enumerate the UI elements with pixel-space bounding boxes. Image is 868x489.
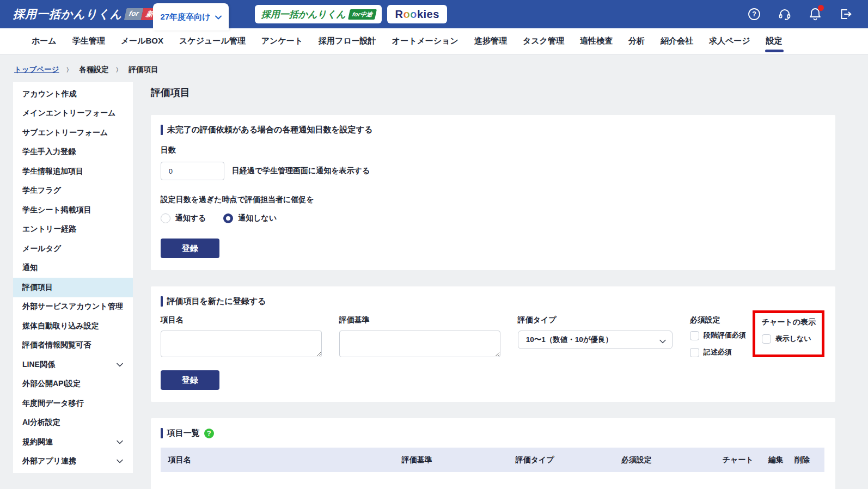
checkbox-stage-required[interactable]: 段階評価必須 [690,331,753,340]
chart-display-label: チャートの表示 [762,317,816,327]
notify-settings-card: 未完了の評価依頼がある場合の各種通知日数を設定する 日数 日経過で学生管理画面に… [151,115,835,270]
nav-item-flow-design[interactable]: 採用フロー設計 [319,28,376,54]
app-logo-text: 採用一括かんりくん [13,7,122,22]
section-accent-bar [161,125,163,135]
sidebar-item-line[interactable]: LINE関係 [13,355,133,375]
app-logo-rookies[interactable]: Rookies [387,5,447,23]
column-required: 必須設定 [621,455,723,465]
header-icon-group: ? [747,7,853,21]
sidebar-item-manual-register[interactable]: 学生手入力登録 [13,143,133,162]
app-logo-shinsotsu[interactable]: 採用一括かんりくん for 新卒 [13,7,164,22]
item-name-label: 項目名 [161,315,322,325]
top-header: 採用一括かんりくん for 新卒 27年度卒向け 採用一括かんりくん for中途… [0,0,868,28]
sidebar-item-sub-entry-form[interactable]: サブエントリーフォーム [13,123,133,143]
item-list-table-header: 項目名 評価基準 評価タイプ 必須設定 チャート 編集 削除 [161,448,824,472]
radio-circle-unchecked [161,213,170,223]
nav-item-schedule[interactable]: スケジュール管理 [179,28,246,54]
column-eval-type: 評価タイプ [516,455,621,465]
radio-circle-checked [223,213,233,223]
notifications-bell-icon[interactable] [808,7,822,21]
rookies-infinity-mark: oo [403,8,417,21]
nav-item-analysis[interactable]: 分析 [628,28,645,54]
nav-item-mailbox[interactable]: メールBOX [121,28,163,54]
days-input[interactable] [161,162,224,180]
chevron-down-icon [117,459,123,463]
radio-no-notify[interactable]: 通知しない [223,213,277,223]
column-edit: 編集 [768,455,794,465]
chevron-down-icon [215,12,222,22]
nav-item-settings[interactable]: 設定 [766,28,783,54]
sidebar-item-ai-analysis[interactable]: AI分析設定 [13,413,133,433]
sidebar-item-external-apps[interactable]: 外部アプリ連携 [13,452,133,472]
sidebar-item-mail-tags[interactable]: メールタグ [13,239,133,259]
days-label: 日数 [161,145,824,155]
days-suffix-text: 日経過で学生管理画面に通知を表示する [232,166,370,176]
item-list-card: 項目一覧 ? 項目名 評価基準 評価タイプ 必須設定 チャート 編集 削除 [151,418,835,489]
sidebar-item-main-entry-form[interactable]: メインエントリーフォーム [13,104,133,124]
nav-item-automation[interactable]: オートメーション [392,28,459,54]
chevron-down-icon [117,363,123,367]
radio-notify[interactable]: 通知する [161,213,206,223]
sidebar-item-public-api[interactable]: 外部公開API設定 [13,375,133,394]
sidebar-item-media-import[interactable]: 媒体自動取り込み設定 [13,316,133,336]
notify-submit-button[interactable]: 登録 [161,239,219,258]
svg-text:?: ? [752,10,756,18]
column-criteria: 評価基準 [402,455,516,465]
sidebar-item-evaluation-items[interactable]: 評価項目 [13,278,133,297]
app-logo-chuto[interactable]: 採用一括かんりくん for中途 [255,5,382,23]
workspace-year-label: 27年度卒向け [160,12,210,22]
criteria-label: 評価基準 [339,315,500,325]
nav-item-students[interactable]: 学生管理 [72,28,105,54]
new-item-heading: 評価項目を新たに登録する [167,296,266,307]
support-headset-icon[interactable] [778,7,792,21]
column-delete: 削除 [794,455,824,465]
settings-sidebar: アカウント作成 メインエントリーフォーム サブエントリーフォーム 学生手入力登録… [13,82,133,473]
nav-item-referral[interactable]: 紹介会社 [661,28,693,54]
notify-card-heading: 未完了の評価依頼がある場合の各種通知日数を設定する [167,125,373,135]
chart-display-highlight-box: チャートの表示 表示しない [753,310,824,357]
sidebar-item-terms[interactable]: 規約関連 [13,432,133,452]
nav-item-tasks[interactable]: タスク管理 [523,28,564,54]
checkbox-unchecked [762,334,771,344]
item-list-heading: 項目一覧 [167,428,200,438]
breadcrumb-separator: 〉 [116,66,122,74]
remind-radio-group: 通知する 通知しない [161,213,824,223]
checkbox-unchecked [690,331,699,340]
sidebar-item-external-accounts[interactable]: 外部サービスアカウント管理 [13,297,133,317]
nav-item-aptitude[interactable]: 適性検査 [580,28,613,54]
eval-type-label: 評価タイプ [518,315,673,325]
item-name-textarea[interactable] [161,331,322,357]
criteria-textarea[interactable] [339,331,500,357]
notification-badge-dot [818,5,824,11]
sidebar-item-evaluator-visibility[interactable]: 評価者情報閲覧可否 [13,336,133,356]
nav-item-jobpage[interactable]: 求人ページ [709,28,750,54]
help-icon[interactable]: ? [747,7,761,21]
sidebar-item-student-extra-fields[interactable]: 学生情報追加項目 [13,162,133,181]
nav-item-survey[interactable]: アンケート [261,28,303,54]
sidebar-item-notifications[interactable]: 通知 [13,259,133,278]
required-settings-label: 必須設定 [690,315,753,325]
sidebar-item-student-sheet-fields[interactable]: 学生シート掲載項目 [13,200,133,220]
page-title: 評価項目 [151,86,835,99]
new-item-submit-button[interactable]: 登録 [161,370,219,390]
checkbox-unchecked [690,348,699,357]
list-help-icon[interactable]: ? [204,429,214,438]
column-item-name: 項目名 [161,455,402,465]
remind-label: 設定日数を過ぎた時点で評価担当者に催促を [161,195,824,205]
nav-item-progress[interactable]: 進捗管理 [474,28,507,54]
main-nav: ホーム 学生管理 メールBOX スケジュール管理 アンケート 採用フロー設計 オ… [0,28,868,54]
breadcrumb-top-page[interactable]: トップページ [14,65,59,75]
checkbox-hide-chart[interactable]: 表示しない [762,334,816,344]
column-chart: チャート [723,455,768,465]
checkbox-description-required[interactable]: 記述必須 [690,347,753,357]
section-accent-bar [161,296,163,307]
nav-item-home[interactable]: ホーム [32,28,57,54]
logout-icon[interactable] [839,7,853,21]
sidebar-item-year-data-migration[interactable]: 年度間データ移行 [13,394,133,413]
sidebar-item-entry-route[interactable]: エントリー経路 [13,220,133,240]
sidebar-item-account-create[interactable]: アカウント作成 [13,84,133,104]
eval-type-select[interactable]: 10〜1（数値・10が優良） [518,331,673,349]
workspace-year-dropdown[interactable]: 27年度卒向け [153,3,229,30]
sidebar-item-student-flags[interactable]: 学生フラグ [13,181,133,201]
section-accent-bar [161,428,163,438]
